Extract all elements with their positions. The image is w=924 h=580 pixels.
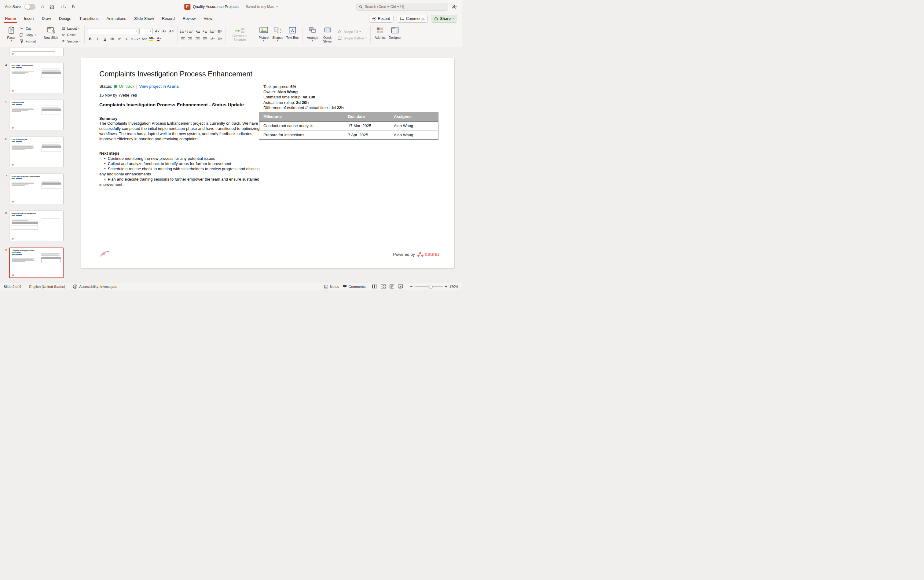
- cut-button[interactable]: ✂Cut: [18, 26, 37, 31]
- document-title-area[interactable]: P Quality Assurance Projects — Saved to …: [184, 4, 277, 10]
- numbering-button[interactable]: ▾: [187, 28, 194, 34]
- tab-home[interactable]: Home: [5, 13, 16, 23]
- table-row[interactable]: Conduct root cause analysis 17 Mar. 2025…: [259, 121, 438, 130]
- zoom-percentage[interactable]: 170%: [450, 285, 458, 288]
- undo-icon[interactable]: ↺▾: [60, 4, 67, 10]
- chevron-down-icon[interactable]: ▾: [277, 5, 278, 8]
- next-steps-list[interactable]: Continue monitoring the new process for …: [99, 156, 264, 187]
- copy-button[interactable]: Copy▾: [18, 32, 37, 38]
- clear-formatting-button[interactable]: A✕: [168, 28, 175, 34]
- format-painter-button[interactable]: Format: [18, 38, 37, 44]
- summary-heading[interactable]: Summary: [99, 116, 117, 121]
- layout-button[interactable]: ▤Layout▾: [60, 26, 82, 31]
- slide-thumbnail-9[interactable]: Complaints Investigation Process Enhance…: [9, 247, 64, 278]
- slide[interactable]: Complaints Investigation Process Enhance…: [81, 58, 455, 268]
- tab-design[interactable]: Design: [59, 13, 71, 23]
- accessibility-status[interactable]: Accessibility: Investigate: [73, 285, 117, 289]
- align-center-button[interactable]: [187, 36, 194, 42]
- arrange-button[interactable]: Arrange▾: [305, 25, 320, 45]
- milestone-table[interactable]: Milestone Due date Assignee Conduct root…: [259, 112, 438, 140]
- section-heading[interactable]: Complaints Investigation Process Enhance…: [99, 101, 245, 108]
- search-input[interactable]: [364, 5, 445, 9]
- status-line[interactable]: Status: On track | View project in Asana: [99, 84, 178, 89]
- redo-icon[interactable]: ↻: [70, 4, 77, 10]
- home-icon[interactable]: ⌂: [39, 4, 46, 10]
- new-slide-button[interactable]: New Slide: [43, 25, 60, 45]
- meta-block[interactable]: Task progress: 6% Owner: Alan Wang Estim…: [264, 84, 344, 110]
- byline[interactable]: 16 Nov by Yvette Yeti: [99, 93, 137, 97]
- designer-button[interactable]: Designer: [387, 25, 403, 45]
- decrease-font-size-button[interactable]: A▾: [161, 28, 168, 34]
- increase-indent-button[interactable]: [202, 28, 208, 34]
- language-indicator[interactable]: English (United States): [29, 285, 65, 288]
- shape-outline-button[interactable]: Shape Outline▾: [336, 35, 368, 41]
- tab-record[interactable]: Record: [162, 13, 175, 23]
- zoom-slider-knob[interactable]: [429, 285, 433, 288]
- align-text-button[interactable]: ▥▾: [217, 36, 223, 42]
- save-icon[interactable]: [49, 5, 56, 9]
- search-box[interactable]: [356, 3, 448, 11]
- share-button[interactable]: Share ▾: [431, 15, 457, 23]
- paste-button[interactable]: Paste▾: [4, 25, 18, 45]
- next-steps-heading[interactable]: Next steps: [99, 151, 119, 155]
- tab-review[interactable]: Review: [183, 13, 196, 23]
- underline-button[interactable]: U: [102, 36, 108, 42]
- zoom-in-button[interactable]: +: [445, 284, 447, 289]
- slide-thumbnail-8[interactable]: Regulatory Inspection Preparedness: [9, 211, 64, 241]
- section-button[interactable]: ≡Section▾: [60, 38, 82, 44]
- more-commands-icon[interactable]: ⋯: [81, 4, 87, 10]
- strikethrough-button[interactable]: ab: [109, 36, 115, 42]
- reading-view-button[interactable]: [389, 284, 395, 289]
- tab-transitions[interactable]: Transitions: [79, 13, 99, 23]
- slide-title[interactable]: Complaints Investigation Process Enhance…: [99, 70, 252, 78]
- slideshow-button[interactable]: [397, 284, 404, 289]
- superscript-button[interactable]: x²: [117, 36, 123, 42]
- columns-button[interactable]: ▦▾: [217, 28, 223, 34]
- reset-button[interactable]: ↺Reset: [60, 32, 82, 38]
- font-color-button[interactable]: A▾: [156, 36, 162, 42]
- font-size-select[interactable]: ▾: [139, 28, 153, 34]
- table-row[interactable]: Prepare for inspections 7 Apr. 2025 Alan…: [259, 130, 438, 139]
- zoom-out-button[interactable]: −: [410, 284, 412, 289]
- align-right-button[interactable]: [194, 36, 201, 42]
- tab-draw[interactable]: Draw: [42, 13, 51, 23]
- tab-insert[interactable]: Insert: [24, 13, 34, 23]
- text-direction-button[interactable]: ⇄▾: [209, 36, 216, 42]
- quick-styles-button[interactable]: Quick Styles: [320, 25, 335, 45]
- presence-icon[interactable]: [451, 4, 457, 9]
- slide-canvas[interactable]: Complaints Investigation Process Enhance…: [73, 47, 462, 283]
- asana-project-link[interactable]: View project in Asana: [139, 84, 179, 89]
- tab-animations[interactable]: Animations: [107, 13, 126, 23]
- subscript-button[interactable]: x₂: [124, 36, 130, 42]
- record-button[interactable]: Record: [369, 15, 394, 23]
- comments-toggle-button[interactable]: Comments: [343, 285, 366, 288]
- comments-button[interactable]: Comments: [397, 15, 428, 23]
- decrease-indent-button[interactable]: [194, 28, 201, 34]
- slide-thumbnail-4[interactable]: OOO Tracker - QA Project Team: [9, 63, 64, 93]
- normal-view-button[interactable]: [372, 284, 378, 289]
- bold-button[interactable]: B: [87, 36, 94, 42]
- slide-thumbnail-6[interactable]: CAPA System Upgrade: [9, 137, 64, 167]
- text-highlight-button[interactable]: ab▾: [148, 36, 155, 42]
- shapes-button[interactable]: Shapes▾: [271, 25, 285, 45]
- tab-view[interactable]: View: [204, 13, 212, 23]
- convert-smartart-button[interactable]: Convert to SmartArt: [228, 25, 252, 45]
- change-case-button[interactable]: Aa▾: [141, 36, 148, 42]
- shape-fill-button[interactable]: Shape Fill▾: [336, 29, 368, 35]
- notes-button[interactable]: Notes: [324, 285, 339, 288]
- character-spacing-button[interactable]: A↔V▾: [131, 36, 140, 42]
- zoom-slider[interactable]: [415, 286, 443, 287]
- slide-thumbnail-partial[interactable]: [9, 48, 64, 56]
- thumbnail-panel[interactable]: 4 OOO Tracker - QA Project Team 5 QA Pro…: [0, 47, 73, 283]
- picture-button[interactable]: Picture▾: [257, 25, 271, 45]
- justify-button[interactable]: [202, 36, 208, 42]
- slide-thumbnail-7[interactable]: Quality Metrics Dashboard Implementation: [9, 173, 64, 204]
- slide-sorter-button[interactable]: [380, 284, 386, 289]
- italic-button[interactable]: I: [94, 36, 101, 42]
- addins-button[interactable]: Add-ins: [373, 25, 387, 45]
- increase-font-size-button[interactable]: A▴: [154, 28, 160, 34]
- text-box-button[interactable]: A Text Box: [285, 25, 300, 45]
- align-left-button[interactable]: [180, 36, 186, 42]
- autosave-toggle[interactable]: [25, 4, 35, 10]
- slide-thumbnail-5[interactable]: QA Projects Intake: [9, 100, 64, 130]
